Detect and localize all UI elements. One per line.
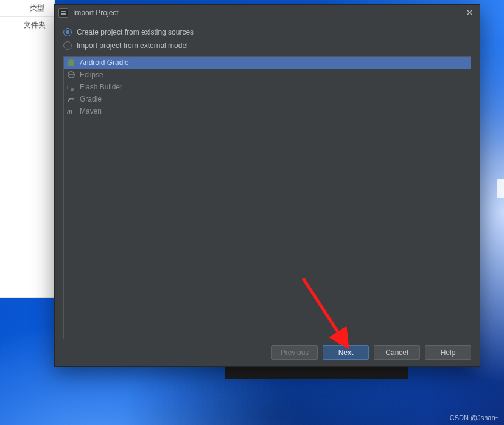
help-button[interactable]: Help xyxy=(425,345,471,360)
android-icon xyxy=(66,58,76,67)
list-item-label: Flash Builder xyxy=(80,83,122,91)
dialog-button-row: Previous Next Cancel Help xyxy=(55,339,480,366)
right-edge-highlight xyxy=(497,179,504,198)
explorer-column-header: 类型 xyxy=(0,0,54,17)
radio-create-from-sources[interactable]: Create project from existing sources xyxy=(63,26,471,39)
svg-point-5 xyxy=(74,98,75,99)
list-item-label: Eclipse xyxy=(80,71,103,79)
previous-button[interactable]: Previous xyxy=(271,345,318,360)
next-button[interactable]: Next xyxy=(323,345,369,360)
list-item-flash-builder[interactable]: FB Flash Builder xyxy=(64,81,471,93)
eclipse-icon xyxy=(66,70,76,80)
list-item-label: Maven xyxy=(80,107,102,116)
radio-icon xyxy=(63,41,72,50)
titlebar: Import Project xyxy=(55,5,480,21)
radio-label: Import project from external model xyxy=(77,41,188,50)
external-model-list[interactable]: Android Gradle Eclipse FB Flash Builder … xyxy=(63,56,471,339)
explorer-row: 文件夹 xyxy=(0,17,54,33)
maven-icon: m xyxy=(66,106,76,116)
list-item-label: Android Gradle xyxy=(80,58,129,67)
list-item-gradle[interactable]: Gradle xyxy=(64,93,471,105)
close-button[interactable] xyxy=(461,5,477,21)
gradle-icon xyxy=(66,94,76,104)
list-item-label: Gradle xyxy=(80,95,102,103)
list-item-eclipse[interactable]: Eclipse xyxy=(64,69,471,81)
radio-import-external-model[interactable]: Import project from external model xyxy=(63,39,471,52)
import-project-dialog: Import Project Create project from exist… xyxy=(54,4,480,367)
dialog-title: Import Project xyxy=(73,9,119,17)
cancel-button[interactable]: Cancel xyxy=(374,345,420,360)
list-item-android-gradle[interactable]: Android Gradle xyxy=(64,57,471,69)
app-icon xyxy=(58,8,68,18)
radio-icon xyxy=(63,28,72,36)
radio-label: Create project from existing sources xyxy=(77,28,194,36)
close-icon xyxy=(466,9,473,16)
watermark: CSDN @Jshan~ xyxy=(450,414,499,421)
dialog-content: Create project from existing sources Imp… xyxy=(55,21,480,339)
svg-text:m: m xyxy=(67,108,72,115)
svg-text:B: B xyxy=(71,87,74,91)
explorer-panel: 类型 文件夹 xyxy=(0,0,55,298)
background-window-strip xyxy=(225,365,408,379)
flash-builder-icon: FB xyxy=(66,82,76,92)
list-item-maven[interactable]: m Maven xyxy=(64,105,471,117)
